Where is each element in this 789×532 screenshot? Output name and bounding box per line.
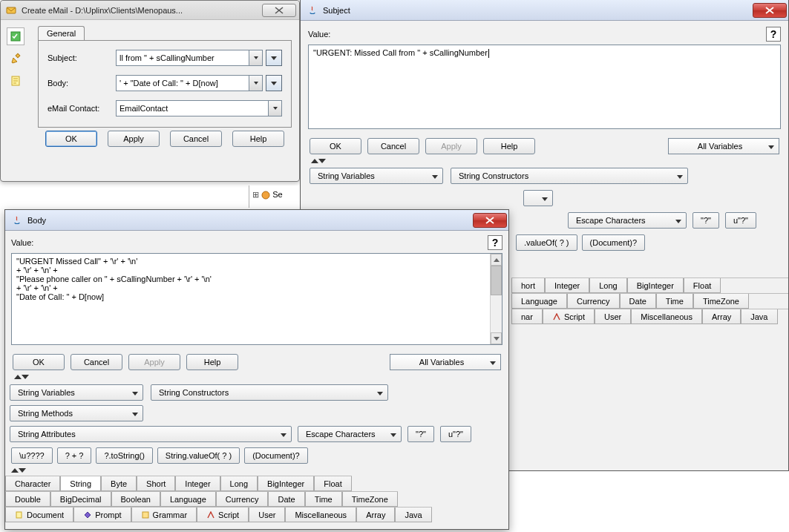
help-button[interactable]: Help — [483, 138, 535, 154]
tab-biginteger[interactable]: BigInteger — [258, 476, 314, 491]
expand-collapse-icon[interactable] — [11, 373, 502, 381]
close-button[interactable] — [262, 4, 296, 17]
tab-script[interactable]: Script — [197, 508, 249, 522]
tab-user[interactable]: User — [595, 309, 631, 324]
tab-biginteger[interactable]: BigInteger — [627, 278, 684, 293]
tab-float[interactable]: Float — [684, 278, 721, 293]
tab-timezone[interactable]: TimeZone — [693, 294, 749, 309]
tab-float[interactable]: Float — [314, 476, 351, 491]
expand-collapse-icon[interactable] — [308, 157, 781, 165]
help-button[interactable]: Help — [186, 354, 238, 370]
expand-subject-button[interactable] — [266, 50, 282, 66]
apply-button[interactable]: Apply — [128, 354, 180, 370]
body-value-textarea[interactable]: "URGENT Missed Call" + '\r' + '\n' + '\r… — [11, 253, 502, 345]
subject-value-textarea[interactable]: "URGENT: Missed Call from " + sCallingNu… — [308, 45, 781, 129]
tab-date[interactable]: Date — [268, 492, 304, 507]
tab-integer[interactable]: Integer — [545, 278, 589, 293]
tostring-button[interactable]: ?.toString() — [96, 447, 152, 464]
tab-long[interactable]: Long — [589, 278, 626, 293]
tab-date[interactable]: Date — [620, 294, 656, 309]
chevron-down-icon[interactable] — [269, 100, 282, 116]
close-button[interactable] — [473, 213, 507, 228]
titlebar[interactable]: Create eMail - D:\Uplinx\Clients\Menopau… — [1, 1, 299, 20]
cancel-button[interactable]: Cancel — [170, 131, 222, 147]
string-constructors-drop[interactable]: String Constructors — [451, 168, 688, 184]
tab-time[interactable]: Time — [656, 294, 693, 309]
cancel-button[interactable]: Cancel — [367, 138, 419, 154]
titlebar[interactable]: Body — [5, 210, 508, 231]
string-variables-drop[interactable]: String Variables — [310, 168, 443, 184]
tab-script[interactable]: Script — [543, 309, 595, 324]
tab-java[interactable]: Java — [741, 309, 777, 324]
tab-document[interactable]: Document — [5, 508, 73, 522]
tab-long[interactable]: Long — [220, 476, 258, 491]
tab-miscellaneous[interactable]: Miscellaneous — [631, 309, 702, 324]
scrollbar[interactable] — [490, 254, 502, 344]
tab-boolean[interactable]: Boolean — [111, 492, 160, 507]
tab-user[interactable]: User — [249, 508, 285, 522]
ok-button[interactable]: OK — [310, 138, 361, 154]
string-methods-drop[interactable]: String Methods — [10, 405, 143, 421]
scroll-up-icon[interactable] — [491, 254, 502, 266]
help-button[interactable]: Help — [232, 131, 284, 147]
tree-item-label[interactable]: Se — [272, 190, 282, 199]
help-icon[interactable]: ? — [488, 235, 502, 250]
tab-short-partial[interactable]: hort — [511, 278, 545, 293]
document-button[interactable]: (Document)? — [582, 234, 646, 251]
tab-bigdecimal[interactable]: BigDecimal — [50, 492, 111, 507]
subject-input[interactable] — [116, 50, 249, 66]
tab-language[interactable]: Language — [160, 492, 216, 507]
close-button[interactable] — [753, 3, 787, 18]
body-input[interactable] — [116, 75, 249, 91]
plus-button[interactable]: ? + ? — [57, 447, 92, 464]
tab-string[interactable]: String — [60, 476, 101, 491]
u-quoted-q-button[interactable]: u"?" — [440, 426, 471, 442]
note-icon[interactable] — [7, 72, 24, 90]
tab-general[interactable]: General — [38, 26, 85, 40]
rules-icon[interactable] — [7, 27, 24, 45]
tab-prompt[interactable]: Prompt — [73, 508, 131, 522]
tab-grammar[interactable]: Grammar — [131, 508, 197, 522]
string-attributes-drop[interactable]: String Attributes — [10, 426, 292, 442]
tab-grammar-partial[interactable]: nar — [511, 309, 543, 324]
string-valueof-button[interactable]: String.valueOf( ? ) — [157, 447, 240, 464]
edit-icon[interactable] — [7, 50, 24, 68]
email-contact-combo[interactable] — [116, 100, 282, 116]
all-variables-combo[interactable]: All Variables — [390, 354, 501, 370]
tab-double[interactable]: Double — [5, 492, 50, 507]
apply-button[interactable]: Apply — [425, 138, 477, 154]
tiny-drop[interactable] — [523, 190, 553, 206]
titlebar[interactable]: Subject — [301, 0, 788, 21]
tab-byte[interactable]: Byte — [101, 476, 137, 491]
tab-array[interactable]: Array — [356, 508, 395, 522]
chevron-down-icon[interactable] — [249, 75, 263, 91]
tab-java[interactable]: Java — [395, 508, 431, 522]
unicode-button[interactable]: \u???? — [11, 447, 53, 464]
tab-array[interactable]: Array — [702, 309, 741, 324]
chevron-down-icon[interactable] — [249, 50, 263, 66]
tab-integer[interactable]: Integer — [175, 476, 220, 491]
subject-combo[interactable] — [116, 50, 263, 66]
document-button[interactable]: (Document)? — [244, 447, 308, 464]
escape-characters-drop[interactable]: Escape Characters — [568, 212, 687, 229]
tab-timezone[interactable]: TimeZone — [342, 492, 398, 507]
email-contact-input[interactable] — [116, 100, 269, 116]
string-constructors-drop[interactable]: String Constructors — [151, 384, 388, 401]
string-variables-drop[interactable]: String Variables — [10, 384, 143, 401]
tab-currency[interactable]: Currency — [216, 492, 269, 507]
tab-time[interactable]: Time — [305, 492, 342, 507]
scroll-thumb[interactable] — [491, 266, 502, 295]
tab-short[interactable]: Short — [137, 476, 175, 491]
expand-collapse-icon[interactable] — [10, 467, 504, 474]
tab-character[interactable]: Character — [5, 476, 60, 491]
quoted-q-button[interactable]: "?" — [693, 212, 719, 229]
all-variables-combo[interactable]: All Variables — [668, 138, 779, 154]
tab-language[interactable]: Language — [511, 294, 567, 309]
value-of-button[interactable]: .valueOf( ? ) — [516, 234, 577, 251]
quoted-q-button[interactable]: "?" — [407, 426, 434, 442]
tab-miscellaneous[interactable]: Miscellaneous — [285, 508, 356, 522]
tab-currency[interactable]: Currency — [567, 294, 620, 309]
ok-button[interactable]: OK — [13, 354, 65, 370]
escape-characters-drop[interactable]: Escape Characters — [298, 426, 402, 442]
cancel-button[interactable]: Cancel — [71, 354, 122, 370]
